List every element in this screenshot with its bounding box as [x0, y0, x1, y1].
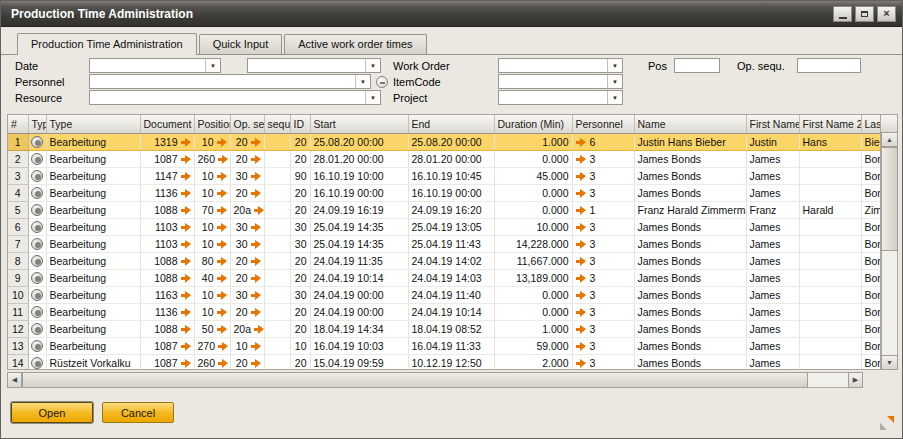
link-arrow-icon[interactable] — [218, 342, 228, 351]
link-arrow-icon[interactable] — [181, 325, 191, 334]
column-header-type[interactable]: Type — [46, 115, 140, 133]
link-arrow-icon[interactable] — [576, 155, 586, 164]
link-arrow-icon[interactable] — [251, 189, 261, 198]
table-row[interactable]: 3Bearbeitung114710309016.10.19 10:0016.1… — [8, 167, 881, 184]
horizontal-scroll-thumb[interactable] — [22, 372, 808, 388]
work-order-dropdown-icon[interactable] — [607, 59, 622, 72]
link-arrow-icon[interactable] — [576, 172, 586, 181]
link-arrow-icon[interactable] — [181, 138, 191, 147]
table-row[interactable]: 12Bearbeitung10885020a2018.04.19 14:3418… — [8, 320, 881, 337]
table-row[interactable]: 11Bearbeitung113610202024.04.19 00:0024.… — [8, 303, 881, 320]
link-arrow-icon[interactable] — [251, 308, 261, 317]
scroll-right-icon[interactable] — [848, 372, 863, 388]
project-input[interactable] — [499, 91, 607, 104]
link-arrow-icon[interactable] — [576, 325, 586, 334]
table-row[interactable]: 14Rüstzeit Vorkalku1087260202015.04.19 0… — [8, 354, 881, 370]
column-header-last_name[interactable]: Last Name — [861, 115, 881, 133]
link-arrow-icon[interactable] — [181, 291, 191, 300]
link-arrow-icon[interactable] — [181, 342, 191, 351]
link-arrow-icon[interactable] — [217, 325, 227, 334]
column-header-typ[interactable]: Typ — [28, 115, 46, 133]
link-arrow-icon[interactable] — [217, 291, 227, 300]
link-arrow-icon[interactable] — [218, 155, 228, 164]
project-dropdown-icon[interactable] — [607, 91, 622, 104]
column-header-personnel[interactable]: Personnel — [572, 115, 634, 133]
resource-dropdown-icon[interactable] — [365, 91, 380, 104]
column-header-duration[interactable]: Duration (Min) — [494, 115, 572, 133]
link-arrow-icon[interactable] — [576, 138, 586, 147]
link-arrow-icon[interactable] — [254, 325, 264, 334]
op-sequ-input[interactable] — [798, 59, 860, 72]
column-header-first_name_2[interactable]: First Name 2 — [799, 115, 861, 133]
link-arrow-icon[interactable] — [251, 223, 261, 232]
vertical-scroll-thumb[interactable] — [881, 147, 898, 251]
link-arrow-icon[interactable] — [251, 274, 261, 283]
table-row[interactable]: 2Bearbeitung1087260202028.01.20 00:0028.… — [8, 150, 881, 167]
link-arrow-icon[interactable] — [181, 240, 191, 249]
column-header-position[interactable]: Position — [194, 115, 230, 133]
link-arrow-icon[interactable] — [251, 172, 261, 181]
vertical-scrollbar[interactable] — [881, 132, 898, 370]
personnel-choose-from-list-icon[interactable] — [376, 76, 388, 88]
link-arrow-icon[interactable] — [181, 223, 191, 232]
column-header-end[interactable]: End — [408, 115, 494, 133]
resize-grip-icon[interactable] — [879, 416, 894, 431]
date-to-dropdown-icon[interactable] — [365, 59, 380, 72]
scroll-down-icon[interactable] — [881, 355, 898, 370]
link-arrow-icon[interactable] — [576, 308, 586, 317]
pos-input[interactable] — [675, 59, 719, 72]
tab-active-work-order-times[interactable]: Active work order times — [284, 34, 426, 54]
tab-production-time-administration[interactable]: Production Time Administration — [17, 33, 197, 55]
link-arrow-icon[interactable] — [217, 138, 227, 147]
link-arrow-icon[interactable] — [251, 257, 261, 266]
close-button[interactable]: × — [877, 6, 896, 22]
tab-quick-input[interactable]: Quick Input — [199, 34, 283, 54]
table-row[interactable]: 7Bearbeitung110310303025.04.19 14:3525.0… — [8, 235, 881, 252]
date-from-input[interactable] — [90, 59, 205, 72]
link-arrow-icon[interactable] — [254, 206, 264, 215]
column-header-sequ[interactable]: sequ. — [264, 115, 290, 133]
link-arrow-icon[interactable] — [181, 257, 191, 266]
link-arrow-icon[interactable] — [217, 240, 227, 249]
date-to-input[interactable] — [248, 59, 365, 72]
table-row[interactable]: 6Bearbeitung110310303025.04.19 14:3525.0… — [8, 218, 881, 235]
link-arrow-icon[interactable] — [576, 257, 586, 266]
table-row[interactable]: 5Bearbeitung10887020a2024.09.19 16:1924.… — [8, 201, 881, 218]
work-order-input[interactable] — [499, 59, 607, 72]
link-arrow-icon[interactable] — [181, 155, 191, 164]
link-arrow-icon[interactable] — [181, 308, 191, 317]
title-bar[interactable]: Production Time Administration × — [1, 1, 902, 27]
link-arrow-icon[interactable] — [217, 223, 227, 232]
link-arrow-icon[interactable] — [217, 274, 227, 283]
table-row[interactable]: 9Bearbeitung108840202024.04.19 10:1424.0… — [8, 269, 881, 286]
column-header-id[interactable]: ID — [290, 115, 310, 133]
column-header-op_sequ[interactable]: Op. sequ. — [230, 115, 264, 133]
item-code-dropdown-icon[interactable] — [607, 75, 622, 88]
column-header-first_name[interactable]: First Name — [746, 115, 799, 133]
link-arrow-icon[interactable] — [217, 189, 227, 198]
table-row[interactable]: 1Bearbeitung131910202025.08.20 00:0025.0… — [8, 133, 881, 150]
link-arrow-icon[interactable] — [181, 172, 191, 181]
link-arrow-icon[interactable] — [251, 155, 261, 164]
personnel-input[interactable] — [90, 75, 355, 88]
link-arrow-icon[interactable] — [251, 291, 261, 300]
item-code-input[interactable] — [499, 75, 607, 88]
link-arrow-icon[interactable] — [251, 359, 261, 368]
link-arrow-icon[interactable] — [217, 172, 227, 181]
link-arrow-icon[interactable] — [217, 308, 227, 317]
link-arrow-icon[interactable] — [576, 274, 586, 283]
column-header-start[interactable]: Start — [310, 115, 408, 133]
open-button[interactable]: Open — [11, 402, 93, 423]
link-arrow-icon[interactable] — [576, 206, 586, 215]
link-arrow-icon[interactable] — [217, 206, 227, 215]
link-arrow-icon[interactable] — [251, 138, 261, 147]
link-arrow-icon[interactable] — [181, 206, 191, 215]
link-arrow-icon[interactable] — [181, 274, 191, 283]
link-arrow-icon[interactable] — [217, 257, 227, 266]
link-arrow-icon[interactable] — [576, 359, 586, 368]
cancel-button[interactable]: Cancel — [102, 402, 174, 423]
link-arrow-icon[interactable] — [576, 189, 586, 198]
table-row[interactable]: 10Bearbeitung116310303024.04.19 00:0024.… — [8, 286, 881, 303]
column-header-num[interactable]: # — [8, 115, 28, 133]
link-arrow-icon[interactable] — [218, 359, 228, 368]
